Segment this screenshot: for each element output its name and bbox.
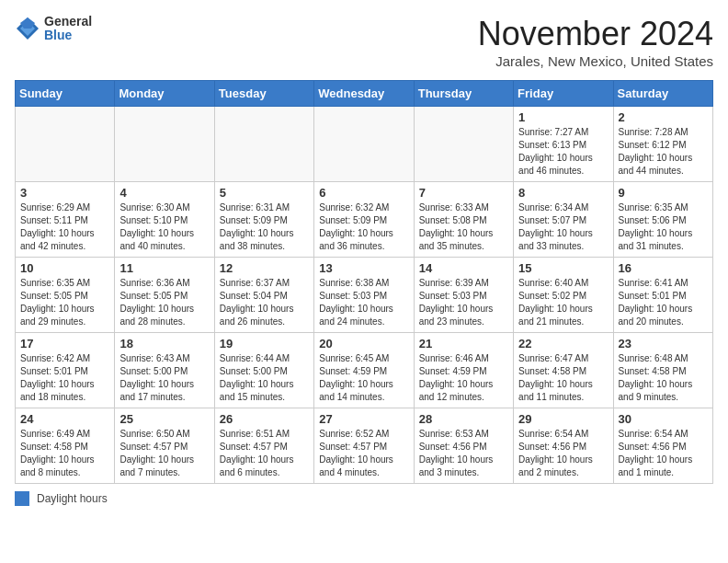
calendar-cell [115, 107, 214, 182]
legend: Daylight hours [15, 491, 713, 506]
calendar-cell: 30Sunrise: 6:54 AM Sunset: 4:56 PM Dayli… [613, 408, 712, 484]
day-info: Sunrise: 6:46 AM Sunset: 4:59 PM Dayligh… [419, 352, 508, 404]
legend-label: Daylight hours [37, 492, 108, 505]
calendar-cell: 18Sunrise: 6:43 AM Sunset: 5:00 PM Dayli… [115, 333, 214, 408]
day-info: Sunrise: 6:54 AM Sunset: 4:56 PM Dayligh… [518, 428, 608, 479]
calendar-cell: 20Sunrise: 6:45 AM Sunset: 4:59 PM Dayli… [314, 333, 414, 408]
day-number: 7 [419, 186, 508, 200]
calendar-cell: 13Sunrise: 6:38 AM Sunset: 5:03 PM Dayli… [314, 258, 414, 333]
calendar-cell: 6Sunrise: 6:32 AM Sunset: 5:09 PM Daylig… [314, 182, 414, 258]
column-header-sunday: Sunday [16, 81, 115, 107]
day-info: Sunrise: 6:52 AM Sunset: 4:57 PM Dayligh… [319, 428, 408, 479]
calendar-cell: 25Sunrise: 6:50 AM Sunset: 4:57 PM Dayli… [115, 408, 214, 484]
calendar-cell: 14Sunrise: 6:39 AM Sunset: 5:03 PM Dayli… [414, 258, 513, 333]
day-number: 11 [119, 261, 209, 275]
title-area: November 2024 Jarales, New Mexico, Unite… [478, 15, 713, 69]
day-info: Sunrise: 6:51 AM Sunset: 4:57 PM Dayligh… [220, 428, 309, 479]
logo: General Blue [15, 15, 92, 43]
day-number: 9 [619, 186, 708, 200]
day-info: Sunrise: 7:27 AM Sunset: 6:13 PM Dayligh… [518, 126, 608, 178]
day-info: Sunrise: 6:29 AM Sunset: 5:11 PM Dayligh… [20, 201, 109, 253]
calendar-cell: 7Sunrise: 6:33 AM Sunset: 5:08 PM Daylig… [414, 182, 513, 258]
calendar-cell: 23Sunrise: 6:48 AM Sunset: 4:58 PM Dayli… [613, 333, 712, 408]
day-info: Sunrise: 6:34 AM Sunset: 5:07 PM Dayligh… [518, 201, 608, 253]
day-info: Sunrise: 6:53 AM Sunset: 4:56 PM Dayligh… [419, 428, 508, 479]
calendar-week-4: 24Sunrise: 6:49 AM Sunset: 4:58 PM Dayli… [16, 408, 713, 484]
calendar-cell: 11Sunrise: 6:36 AM Sunset: 5:05 PM Dayli… [115, 258, 214, 333]
logo-icon [15, 16, 40, 41]
day-info: Sunrise: 6:42 AM Sunset: 5:01 PM Dayligh… [20, 352, 109, 404]
calendar-cell: 22Sunrise: 6:47 AM Sunset: 4:58 PM Dayli… [514, 333, 613, 408]
column-header-wednesday: Wednesday [314, 81, 414, 107]
day-number: 14 [419, 261, 508, 275]
day-info: Sunrise: 6:44 AM Sunset: 5:00 PM Dayligh… [220, 352, 309, 404]
day-number: 27 [319, 412, 408, 426]
column-header-tuesday: Tuesday [214, 81, 313, 107]
day-number: 6 [319, 186, 408, 200]
page-header: General Blue November 2024 Jarales, New … [15, 15, 713, 69]
calendar-cell: 10Sunrise: 6:35 AM Sunset: 5:05 PM Dayli… [16, 258, 115, 333]
day-number: 20 [319, 337, 408, 350]
day-info: Sunrise: 6:36 AM Sunset: 5:05 PM Dayligh… [119, 277, 209, 328]
day-number: 26 [220, 412, 309, 426]
day-number: 19 [220, 337, 309, 350]
logo-blue: Blue [44, 29, 92, 42]
day-info: Sunrise: 6:49 AM Sunset: 4:58 PM Dayligh… [20, 428, 109, 479]
calendar-cell: 28Sunrise: 6:53 AM Sunset: 4:56 PM Dayli… [414, 408, 513, 484]
day-info: Sunrise: 6:47 AM Sunset: 4:58 PM Dayligh… [518, 352, 608, 404]
calendar-week-1: 3Sunrise: 6:29 AM Sunset: 5:11 PM Daylig… [16, 182, 713, 258]
logo-general: General [44, 15, 92, 29]
day-info: Sunrise: 6:54 AM Sunset: 4:56 PM Dayligh… [619, 428, 708, 479]
day-info: Sunrise: 6:31 AM Sunset: 5:09 PM Dayligh… [220, 201, 309, 253]
day-number: 4 [119, 186, 209, 200]
calendar-cell: 17Sunrise: 6:42 AM Sunset: 5:01 PM Dayli… [16, 333, 115, 408]
day-info: Sunrise: 6:38 AM Sunset: 5:03 PM Dayligh… [319, 277, 408, 328]
day-number: 10 [20, 261, 109, 275]
calendar-week-0: 1Sunrise: 7:27 AM Sunset: 6:13 PM Daylig… [16, 107, 713, 182]
calendar-cell: 5Sunrise: 6:31 AM Sunset: 5:09 PM Daylig… [214, 182, 313, 258]
calendar-cell [214, 107, 313, 182]
calendar-cell: 21Sunrise: 6:46 AM Sunset: 4:59 PM Dayli… [414, 333, 513, 408]
calendar-cell [414, 107, 513, 182]
day-info: Sunrise: 6:35 AM Sunset: 5:06 PM Dayligh… [619, 201, 708, 253]
day-info: Sunrise: 7:28 AM Sunset: 6:12 PM Dayligh… [619, 126, 708, 178]
calendar-cell: 29Sunrise: 6:54 AM Sunset: 4:56 PM Dayli… [514, 408, 613, 484]
day-number: 13 [319, 261, 408, 275]
day-number: 16 [619, 261, 708, 275]
day-info: Sunrise: 6:35 AM Sunset: 5:05 PM Dayligh… [20, 277, 109, 328]
day-info: Sunrise: 6:37 AM Sunset: 5:04 PM Dayligh… [220, 277, 309, 328]
calendar-cell: 9Sunrise: 6:35 AM Sunset: 5:06 PM Daylig… [613, 182, 712, 258]
calendar-cell: 4Sunrise: 6:30 AM Sunset: 5:10 PM Daylig… [115, 182, 214, 258]
logo-text: General Blue [44, 15, 92, 43]
calendar-cell [16, 107, 115, 182]
column-header-thursday: Thursday [414, 81, 513, 107]
day-info: Sunrise: 6:32 AM Sunset: 5:09 PM Dayligh… [319, 201, 408, 253]
day-info: Sunrise: 6:39 AM Sunset: 5:03 PM Dayligh… [419, 277, 508, 328]
day-number: 29 [518, 412, 608, 426]
day-info: Sunrise: 6:33 AM Sunset: 5:08 PM Dayligh… [419, 201, 508, 253]
day-number: 28 [419, 412, 508, 426]
day-number: 5 [220, 186, 309, 200]
day-info: Sunrise: 6:41 AM Sunset: 5:01 PM Dayligh… [619, 277, 708, 328]
legend-box [15, 491, 29, 506]
calendar-cell [314, 107, 414, 182]
day-info: Sunrise: 6:30 AM Sunset: 5:10 PM Dayligh… [119, 201, 209, 253]
day-number: 2 [619, 110, 708, 124]
day-number: 1 [518, 110, 608, 124]
day-number: 8 [518, 186, 608, 200]
column-header-friday: Friday [514, 81, 613, 107]
location-title: Jarales, New Mexico, United States [478, 53, 713, 69]
calendar-cell: 16Sunrise: 6:41 AM Sunset: 5:01 PM Dayli… [613, 258, 712, 333]
calendar-cell: 19Sunrise: 6:44 AM Sunset: 5:00 PM Dayli… [214, 333, 313, 408]
day-number: 15 [518, 261, 608, 275]
calendar-cell: 12Sunrise: 6:37 AM Sunset: 5:04 PM Dayli… [214, 258, 313, 333]
calendar-cell: 8Sunrise: 6:34 AM Sunset: 5:07 PM Daylig… [514, 182, 613, 258]
calendar-week-2: 10Sunrise: 6:35 AM Sunset: 5:05 PM Dayli… [16, 258, 713, 333]
calendar-cell: 15Sunrise: 6:40 AM Sunset: 5:02 PM Dayli… [514, 258, 613, 333]
calendar-cell: 1Sunrise: 7:27 AM Sunset: 6:13 PM Daylig… [514, 107, 613, 182]
day-number: 12 [220, 261, 309, 275]
day-info: Sunrise: 6:50 AM Sunset: 4:57 PM Dayligh… [119, 428, 209, 479]
calendar-cell: 2Sunrise: 7:28 AM Sunset: 6:12 PM Daylig… [613, 107, 712, 182]
day-number: 18 [119, 337, 209, 350]
calendar-week-3: 17Sunrise: 6:42 AM Sunset: 5:01 PM Dayli… [16, 333, 713, 408]
